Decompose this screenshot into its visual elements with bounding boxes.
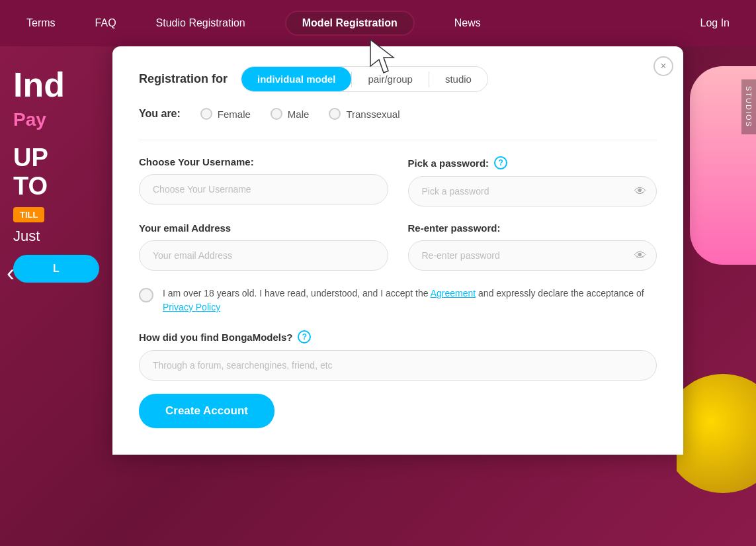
nav-login[interactable]: Log In xyxy=(700,17,730,29)
how-find-label: How did you find BongaModels? ? xyxy=(139,330,657,343)
radio-female-label: Female xyxy=(218,109,251,120)
background-content: Ind Pay UPTO TILL Just L xyxy=(0,46,112,546)
tab-individual-model[interactable]: individual model xyxy=(241,67,351,91)
password-eye-icon[interactable]: 👁 xyxy=(634,185,646,199)
studios-label: STUDIOS xyxy=(741,79,756,134)
bg-subline: Pay xyxy=(0,104,112,130)
reenter-password-label: Re-enter password: xyxy=(408,222,657,234)
password-label: Pick a password: ? xyxy=(408,156,657,169)
username-input[interactable] xyxy=(139,174,388,205)
agreement-text: I am over 18 years old. I have read, und… xyxy=(163,287,657,314)
carousel-left-arrow[interactable]: ‹ xyxy=(7,259,15,287)
bg-up: UPTO xyxy=(0,130,112,201)
nav-faq[interactable]: FAQ xyxy=(95,17,116,29)
email-group: Your email Address xyxy=(139,222,388,271)
email-input[interactable] xyxy=(139,240,388,271)
agreement-row: I am over 18 years old. I have read, und… xyxy=(139,287,657,314)
how-find-group: How did you find BongaModels? ? xyxy=(139,330,657,381)
cursor-arrow xyxy=(367,36,400,76)
bg-cta-button[interactable]: L xyxy=(13,255,99,283)
privacy-policy-link[interactable]: Privacy Policy xyxy=(163,302,220,312)
registration-for-label: Registration for xyxy=(139,72,228,86)
password-help-icon[interactable]: ? xyxy=(494,156,507,169)
you-are-row: You are: Female Male Transsexual xyxy=(139,108,657,120)
password-input-wrapper: 👁 xyxy=(408,176,657,206)
radio-transsexual-label: Transsexual xyxy=(346,109,399,120)
nav-model-registration[interactable]: Model Registration xyxy=(285,11,415,36)
nav-studio-registration[interactable]: Studio Registration xyxy=(156,17,245,29)
how-find-input[interactable] xyxy=(139,350,657,381)
radio-transsexual-circle[interactable] xyxy=(329,108,341,120)
reenter-password-group: Re-enter password: 👁 xyxy=(408,222,657,271)
password-input[interactable] xyxy=(408,176,657,206)
you-are-label: You are: xyxy=(139,108,181,120)
password-group: Pick a password: ? 👁 xyxy=(408,156,657,206)
username-password-row: Choose Your Username: Pick a password: ?… xyxy=(139,156,657,206)
radio-male-circle[interactable] xyxy=(271,108,282,120)
gold-circle-decoration xyxy=(677,374,756,493)
radio-male[interactable]: Male xyxy=(271,108,310,120)
username-group: Choose Your Username: xyxy=(139,156,388,206)
reenter-password-input[interactable] xyxy=(408,240,657,271)
radio-male-label: Male xyxy=(288,109,310,120)
bg-just: Just xyxy=(0,222,112,245)
tab-studio[interactable]: studio xyxy=(429,67,487,91)
reenter-password-input-wrapper: 👁 xyxy=(408,240,657,271)
how-find-help-icon[interactable]: ? xyxy=(298,330,311,343)
radio-female-circle[interactable] xyxy=(200,108,212,120)
agreement-checkbox[interactable] xyxy=(139,288,153,302)
tab-group: individual model pair/group studio xyxy=(241,66,488,92)
nav-links: Terms FAQ Studio Registration Model Regi… xyxy=(26,11,481,36)
nav-terms[interactable]: Terms xyxy=(26,17,56,29)
email-repassword-row: Your email Address Re-enter password: 👁 xyxy=(139,222,657,271)
modal-close-button[interactable]: × xyxy=(653,56,673,76)
create-account-button[interactable]: Create Account xyxy=(139,394,274,428)
right-background xyxy=(677,66,756,546)
reenter-password-eye-icon[interactable]: 👁 xyxy=(634,249,646,263)
radio-transsexual[interactable]: Transsexual xyxy=(329,108,399,120)
radio-female[interactable]: Female xyxy=(200,108,251,120)
registration-modal: × Registration for individual model pair… xyxy=(112,46,683,455)
bg-badge: TILL xyxy=(13,207,44,222)
nav-news[interactable]: News xyxy=(454,17,481,29)
username-label: Choose Your Username: xyxy=(139,156,388,167)
svg-marker-0 xyxy=(370,40,394,73)
email-label: Your email Address xyxy=(139,222,388,234)
form-divider xyxy=(139,140,657,140)
agreement-link[interactable]: Agreement xyxy=(431,288,476,298)
bg-headline: Ind xyxy=(0,46,112,104)
modal-overlay: × Registration for individual model pair… xyxy=(112,46,683,546)
